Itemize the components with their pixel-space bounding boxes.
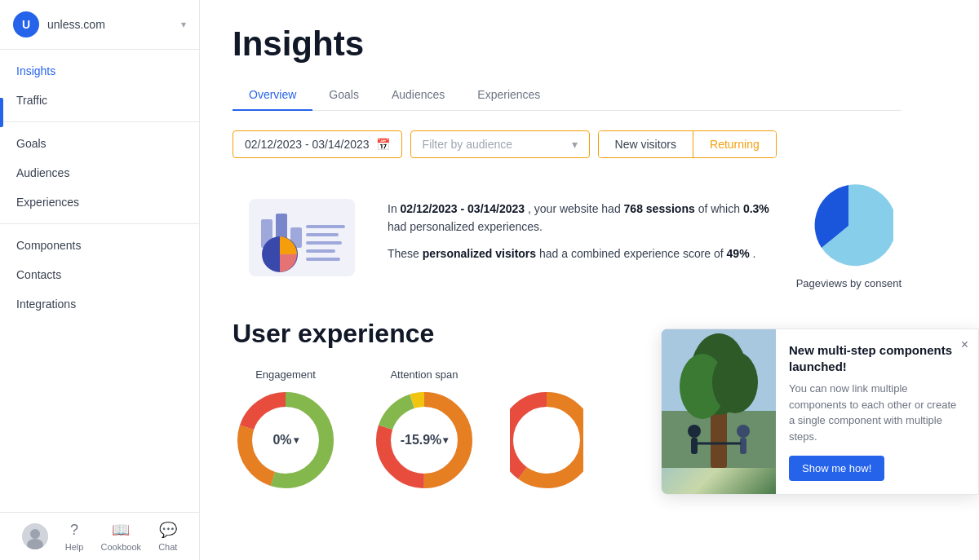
engagement-label: Engagement — [255, 368, 316, 381]
date-range-filter[interactable]: 02/12/2023 - 03/14/2023 📅 — [233, 130, 402, 158]
chat-icon: 💬 — [159, 521, 177, 539]
svg-rect-11 — [306, 249, 335, 253]
stats-description: In 02/12/2023 - 03/14/2023 , your websit… — [388, 200, 772, 271]
stats-text4: These — [388, 247, 423, 260]
stats-sessions: 768 sessions — [624, 202, 695, 215]
third-chart — [510, 368, 583, 493]
page-title: Insights — [233, 24, 901, 64]
sidebar-item-traffic[interactable]: Traffic — [0, 86, 199, 115]
sidebar-item-insights[interactable]: Insights — [0, 56, 199, 86]
sidebar-item-audiences[interactable]: Audiences — [0, 158, 199, 187]
stats-text6: . — [753, 247, 756, 260]
tab-experiences[interactable]: Experiences — [461, 80, 556, 111]
sidebar-header[interactable]: U unless.com ▾ — [0, 0, 199, 50]
stats-personalized: personalized visitors — [423, 247, 536, 260]
stats-pct: 0.3% — [743, 202, 769, 215]
avatar[interactable] — [22, 523, 48, 549]
date-range-value: 02/12/2023 - 03/14/2023 — [245, 138, 370, 151]
third-chart-label — [545, 368, 548, 381]
stats-intro: In — [388, 202, 401, 215]
app-logo: U — [13, 11, 39, 37]
pie-chart — [804, 181, 893, 271]
sidebar-item-contacts[interactable]: Contacts — [0, 260, 199, 289]
svg-point-31 — [712, 351, 758, 413]
sidebar-footer: ? Help 📖 Cookbook 💬 Chat — [0, 512, 199, 560]
chevron-down-icon: ▾ — [572, 138, 578, 151]
popup-image — [662, 329, 776, 494]
sidebar-divider-2 — [0, 223, 199, 224]
popup-description: You can now link multiple components to … — [789, 381, 962, 444]
stats-score: 49% — [727, 247, 750, 260]
close-button[interactable]: × — [961, 337, 968, 352]
stats-section: In 02/12/2023 - 03/14/2023 , your websit… — [233, 181, 901, 289]
filters-row: 02/12/2023 - 03/14/2023 📅 Filter by audi… — [233, 130, 901, 158]
cookbook-icon: 📖 — [112, 521, 130, 539]
sidebar-item-experiences[interactable]: Experiences — [0, 187, 199, 217]
tab-bar: Overview Goals Audiences Experiences — [233, 80, 901, 111]
notification-popup: × — [661, 329, 979, 495]
chevron-down-icon: ▾ — [443, 434, 448, 446]
returning-button[interactable]: Returning — [693, 131, 776, 157]
popup-cta-button[interactable]: Show me how! — [789, 456, 884, 481]
sidebar: U unless.com ▾ Insights Traffic Goals Au… — [0, 0, 200, 560]
attention-label: Attention span — [390, 368, 458, 381]
sidebar-item-integrations[interactable]: Integrations — [0, 289, 199, 319]
svg-rect-8 — [306, 225, 345, 228]
svg-rect-10 — [306, 241, 342, 245]
svg-point-34 — [737, 425, 750, 438]
stats-illustration — [233, 183, 363, 289]
attention-value: -15.9% ▾ — [401, 433, 449, 448]
audience-filter-dropdown[interactable]: Filter by audience ▾ — [410, 130, 590, 158]
pie-chart-container: Pageviews by consent — [796, 181, 901, 289]
tab-goals[interactable]: Goals — [312, 80, 375, 111]
calendar-icon: 📅 — [376, 138, 390, 151]
svg-point-1 — [30, 529, 40, 539]
svg-rect-12 — [306, 258, 340, 261]
engagement-donut: 0% ▾ — [233, 387, 339, 493]
stats-text3: had personalized experiences. — [388, 220, 543, 233]
engagement-chart: Engagement 0% — [233, 368, 339, 493]
stats-date-bold: 02/12/2023 - 03/14/2023 — [401, 202, 525, 215]
svg-rect-33 — [691, 438, 698, 454]
svg-rect-9 — [306, 233, 339, 236]
help-icon: ? — [70, 522, 78, 539]
new-visitors-button[interactable]: New visitors — [599, 131, 693, 157]
pie-chart-label: Pageviews by consent — [796, 277, 901, 289]
chat-button[interactable]: 💬 Chat — [158, 521, 177, 552]
stats-text5: had a combined experience score of — [539, 247, 727, 260]
attention-donut: -15.9% ▾ — [371, 387, 477, 493]
visitor-toggle: New visitors Returning — [598, 130, 777, 158]
sidebar-divider-1 — [0, 121, 199, 122]
tab-overview[interactable]: Overview — [233, 80, 312, 111]
chevron-down-icon: ▾ — [181, 19, 186, 30]
cookbook-button[interactable]: 📖 Cookbook — [100, 521, 141, 552]
popup-content: New multi-step components launched! You … — [662, 329, 978, 494]
sidebar-item-components[interactable]: Components — [0, 231, 199, 260]
sidebar-item-goals[interactable]: Goals — [0, 129, 199, 158]
attention-chart: Attention span — [371, 368, 477, 493]
stats-text1: , your website had — [528, 202, 624, 215]
popup-text: New multi-step components launched! You … — [776, 329, 978, 494]
stats-text2: of which — [698, 202, 743, 215]
active-indicator — [0, 98, 3, 127]
domain-name: unless.com — [47, 18, 173, 31]
sidebar-nav: Insights Traffic Goals Audiences Experie… — [0, 50, 199, 512]
popup-title: New multi-step components launched! — [789, 342, 962, 374]
svg-rect-35 — [740, 438, 746, 454]
engagement-value: 0% ▾ — [272, 433, 298, 448]
tab-audiences[interactable]: Audiences — [375, 80, 461, 111]
chevron-down-icon: ▾ — [294, 434, 299, 446]
audience-filter-label: Filter by audience — [423, 138, 513, 151]
svg-point-32 — [688, 425, 701, 438]
help-button[interactable]: ? Help — [65, 522, 84, 552]
third-donut — [510, 387, 583, 493]
